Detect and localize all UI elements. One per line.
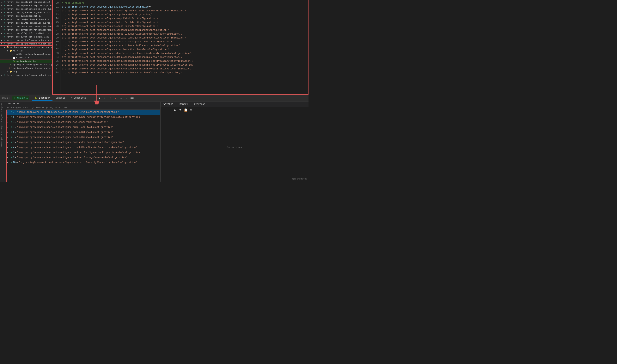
watches-add-btn[interactable]: +: [162, 108, 166, 112]
variables-list: ▶ ≡ 0 = "com.alibaba.druid.spring.boot.a…: [6, 110, 160, 182]
code-line-25: org.springframework.boot.autoconfigure.b…: [62, 21, 307, 24]
var-type-icon-2: ≡: [10, 121, 13, 124]
var-item-4[interactable]: ▶ ≡ 4 = "org.springframework.boot.autoco…: [6, 130, 160, 135]
toolbar-btn-list[interactable]: ☰: [92, 96, 96, 101]
code-line-34: org.springframework.boot.autoconfigure.d…: [62, 55, 307, 59]
var-type-icon-4: ≡: [10, 131, 13, 134]
var-item-2[interactable]: ▶ ≡ 2 = "org.springframework.boot.autoco…: [6, 120, 160, 125]
maven-icon-8: M: [3, 25, 6, 28]
var-item-5[interactable]: ▶ ≡ 5 = "org.springframework.boot.autoco…: [6, 135, 160, 140]
var-type-icon-0: ≡: [10, 111, 13, 114]
tree-item-maven8[interactable]: ▶ M Maven: org.reactivestreams:reactive-…: [0, 25, 52, 28]
tree-item-maven12[interactable]: ▶ M Maven: org.springframework.boot:spri…: [0, 39, 52, 42]
maven-icon-12: M: [3, 39, 6, 42]
watches-expand-btn[interactable]: ∞: [189, 108, 193, 112]
tab-watches-label: Watches: [164, 103, 173, 106]
apprun-badge[interactable]: ⚡ AppRun ✕: [12, 96, 29, 100]
no-watches-text: No watches: [227, 146, 242, 149]
var-item-8[interactable]: ▶ ≡ 8 = "org.springframework.boot.autoco…: [6, 150, 160, 155]
watches-up-btn[interactable]: ▲: [173, 108, 177, 112]
tree-item-jar1[interactable]: ▼ 📦 spring-boot-autoconfigure-2.1.0.RELE…: [0, 46, 52, 49]
maven-icon-11: M: [3, 35, 6, 39]
maven-icon-10: M: [3, 32, 6, 35]
tree-item-addmeta[interactable]: ▶ { } additional-spring-configuration-me…: [0, 52, 52, 56]
var-item-9[interactable]: ▶ ≡ 9 = "org.springframework.boot.autoco…: [6, 155, 160, 160]
var-expand-3: ▶: [7, 125, 10, 130]
toolbar-btn-resume[interactable]: ▲: [97, 96, 102, 101]
var-item-3[interactable]: ▶ ≡ 3 = "org.springframework.boot.autoco…: [6, 125, 160, 130]
left-label-9: invo: [1, 144, 1, 149]
tab-endpoints[interactable]: ⚡ Endpoints: [69, 96, 88, 101]
watches-down-btn[interactable]: ▼: [178, 108, 182, 112]
code-line-35: org.springframework.boot.autoconfigure.d…: [62, 59, 307, 63]
json-icon-configmeta: { }: [9, 67, 12, 70]
code-line-32: org.springframework.boot.autoconfigure.c…: [62, 48, 307, 52]
var-type-icon-10: ≡: [10, 161, 13, 164]
debug-section: Debug: ⚡ AppRun ✕ 🐛 Debugger Console ⚡ E…: [0, 95, 308, 182]
toolbar-btn-evaluate[interactable]: ⬦: [124, 96, 129, 101]
tree-item-springautometa[interactable]: ▶ ⚙ spring-autoconfigure-metadata.proper…: [0, 63, 52, 66]
watches-panel: Watches Memory Overhead + − ▲ ▼ 📋 ∞: [161, 102, 309, 182]
code-line-36: org.springframework.boot.autoconfigure.d…: [62, 63, 307, 67]
toolbar-btn-frames[interactable]: ≡≡: [130, 96, 134, 101]
code-line-22: org.springframework.boot.autoconfigure.a…: [62, 9, 307, 13]
code-line-29: org.springframework.boot.autoconfigure.c…: [62, 36, 307, 40]
maven-icon-4: M: [3, 11, 6, 14]
variables-panel: Variables ⊠ configurations = {LinkedList…: [6, 102, 161, 182]
left-label-3: proc: [1, 118, 1, 122]
toolbar-btn-stepinto[interactable]: ↑: [108, 96, 113, 101]
tree-item-maven1[interactable]: ▶ M Maven: org.mapstruct:mapstruct:1.3.1…: [0, 0, 52, 4]
watches-copy-btn[interactable]: 📋: [184, 108, 188, 112]
tree-item-metainf[interactable]: ▼ 📁 META-INF: [0, 49, 52, 52]
tab-console[interactable]: Console: [53, 96, 68, 101]
tree-item-maven13[interactable]: ▼ M Maven: org.springframework.boot:spri…: [0, 42, 52, 46]
tree-item-springconfigmeta[interactable]: ▶ { } spring-configuration-metadata.json: [0, 66, 52, 70]
var-item-1[interactable]: ▶ ≡ 1 = "org.springframework.boot.autoco…: [6, 115, 160, 120]
var-type-icon-3: ≡: [10, 126, 13, 129]
debug-content: get/A proc get/l proc proc pars proc pos…: [0, 102, 308, 182]
var-item-7[interactable]: ▶ ≡ 7 = "org.springframework.boot.autoco…: [6, 145, 160, 150]
tree-item-org[interactable]: ▶ 📁 org: [0, 70, 52, 74]
tree-item-maven4[interactable]: ▶ M Maven: org.objenesis:objenesis:2.6: [0, 11, 52, 14]
toolbar-btn-stepout[interactable]: ✕: [113, 96, 118, 101]
var-item-10[interactable]: ▶ ≡ 10 = "org.springframework.boot.autoc…: [6, 160, 160, 165]
variables-size-label: configurations = {LinkedList@4263} size …: [10, 106, 67, 109]
tree-item-maven6[interactable]: ▶ M Maven: org.projectlombok:lombok:1.18…: [0, 18, 52, 21]
tree-item-maven2[interactable]: ▶ M Maven: org.mapstruct:mapstruct-proce…: [0, 4, 52, 7]
code-line-24: org.springframework.boot.autoconfigure.a…: [62, 17, 307, 21]
watches-tabs: Watches Memory Overhead: [161, 102, 309, 107]
tree-item-maven3[interactable]: ▶ M Maven: org.mockito:mockito-core:2.23…: [0, 7, 52, 11]
toolbar-sep-1: [90, 96, 90, 100]
tree-item-maven11[interactable]: ▶ M Maven: org.slf4j:slf4j-api:1.7.25: [0, 35, 52, 39]
maven-icon-13: M: [3, 42, 6, 45]
maven-icon-2: M: [3, 4, 6, 7]
tree-item-maven5[interactable]: ▶ M Maven: org.ow2.asm:asm:5.0.4: [0, 14, 52, 18]
var-type-icon-7: ≡: [10, 146, 13, 149]
tree-item-maven9[interactable]: ▶ M Maven: org.skyscreamer:jsonassert:1.…: [0, 28, 52, 32]
code-line-23: org.springframework.boot.autoconfigure.a…: [62, 13, 307, 17]
json-icon-addmeta: { }: [12, 53, 15, 56]
apprun-label: Debug:: [1, 97, 10, 100]
tree-item-maven7[interactable]: ▶ M Maven: org.quartz-scheduler:quartz:2…: [0, 21, 52, 25]
left-labels-panel: get/A proc get/l proc proc pars proc pos…: [0, 102, 6, 182]
tree-item-maven10[interactable]: ▶ M Maven: org.slf4j:jul-to-slf4j:1.7.25: [0, 32, 52, 35]
tab-overhead[interactable]: Overhead: [191, 102, 208, 107]
tab-memory[interactable]: Memory: [177, 102, 191, 107]
toolbar-btn-runtoursor[interactable]: →: [119, 96, 123, 101]
debug-toolbar: Debug: ⚡ AppRun ✕ 🐛 Debugger Console ⚡ E…: [0, 95, 308, 102]
var-item-6[interactable]: ▶ ≡ 6 = "org.springframework.boot.autoco…: [6, 140, 160, 145]
var-expand-10: ▶: [7, 160, 10, 165]
tree-item-manifest[interactable]: ▶ 📄 MANIFEST.MF: [0, 56, 52, 60]
tab-debugger[interactable]: 🐛 Debugger: [32, 96, 53, 101]
tab-watches[interactable]: Watches: [161, 102, 177, 107]
tree-item-maven14[interactable]: ▶ M Maven: org.springframework.boot:spri…: [0, 74, 52, 77]
toolbar-btn-stepover[interactable]: ⬇: [103, 96, 107, 101]
watches-remove-btn[interactable]: −: [167, 108, 171, 112]
code-line-37: org.springframework.boot.autoconfigure.d…: [62, 67, 307, 71]
line-numbers: 20 21 22 23 24 25 26 27 28 29 30 31 32 3…: [53, 0, 60, 94]
file-tree: ▶ M Maven: org.mapstruct:mapstruct:1.3.1…: [0, 0, 52, 95]
maven-icon-9: M: [3, 28, 6, 32]
tree-item-springfactories[interactable]: ▶ 🍃 spring.factories: [0, 60, 52, 63]
left-label-4: proc: [1, 122, 1, 127]
var-item-0[interactable]: ▶ ≡ 0 = "com.alibaba.druid.spring.boot.a…: [6, 110, 160, 115]
